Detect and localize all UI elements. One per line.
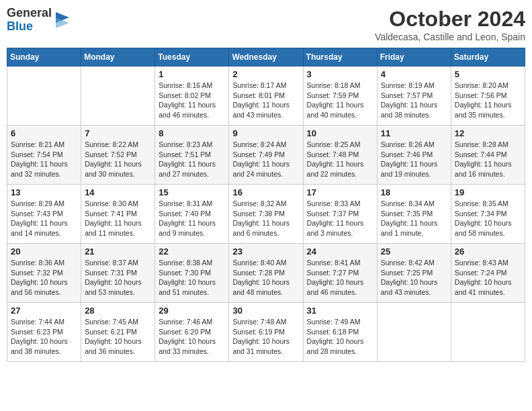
- calendar-cell: 15Sunrise: 8:31 AMSunset: 7:40 PMDayligh…: [155, 185, 229, 244]
- weekday-header: Sunday: [7, 48, 81, 66]
- weekday-header: Saturday: [451, 48, 525, 66]
- calendar-week-row: 1Sunrise: 8:16 AMSunset: 8:02 PMDaylight…: [7, 66, 525, 126]
- calendar-table: SundayMondayTuesdayWednesdayThursdayFrid…: [7, 48, 525, 362]
- title-area: October 2024 Valdecasa, Castille and Leo…: [375, 7, 525, 42]
- day-info: Sunrise: 8:32 AMSunset: 7:38 PMDaylight:…: [232, 199, 299, 238]
- calendar-cell: 4Sunrise: 8:19 AMSunset: 7:57 PMDaylight…: [377, 66, 451, 126]
- calendar-cell: 12Sunrise: 8:28 AMSunset: 7:44 PMDayligh…: [451, 126, 525, 185]
- calendar-cell: 26Sunrise: 8:43 AMSunset: 7:24 PMDayligh…: [451, 244, 525, 303]
- day-number: 15: [159, 187, 225, 197]
- day-info: Sunrise: 8:42 AMSunset: 7:25 PMDaylight:…: [381, 258, 447, 298]
- day-number: 19: [455, 187, 521, 197]
- day-info: Sunrise: 8:29 AMSunset: 7:43 PMDaylight:…: [11, 199, 77, 238]
- day-info: Sunrise: 8:30 AMSunset: 7:41 PMDaylight:…: [85, 199, 151, 238]
- logo: General Blue: [7, 7, 71, 34]
- day-number: 16: [232, 187, 299, 197]
- day-info: Sunrise: 7:46 AMSunset: 6:20 PMDaylight:…: [159, 317, 225, 357]
- day-info: Sunrise: 7:44 AMSunset: 6:23 PMDaylight:…: [11, 317, 77, 357]
- day-info: Sunrise: 8:40 AMSunset: 7:28 PMDaylight:…: [232, 258, 299, 298]
- calendar-cell: 5Sunrise: 8:20 AMSunset: 7:56 PMDaylight…: [451, 66, 525, 126]
- day-number: 13: [11, 187, 77, 197]
- calendar-cell: 23Sunrise: 8:40 AMSunset: 7:28 PMDayligh…: [229, 244, 303, 303]
- calendar-cell: 24Sunrise: 8:41 AMSunset: 7:27 PMDayligh…: [303, 244, 377, 303]
- day-number: 17: [307, 187, 373, 197]
- day-number: 4: [381, 69, 447, 79]
- day-number: 12: [455, 128, 521, 138]
- calendar-cell: [451, 303, 525, 362]
- day-number: 22: [159, 246, 225, 257]
- day-info: Sunrise: 8:26 AMSunset: 7:46 PMDaylight:…: [381, 140, 447, 179]
- day-info: Sunrise: 8:25 AMSunset: 7:48 PMDaylight:…: [307, 140, 373, 179]
- calendar-cell: 14Sunrise: 8:30 AMSunset: 7:41 PMDayligh…: [81, 185, 155, 244]
- day-number: 2: [232, 69, 299, 79]
- day-number: 28: [85, 306, 151, 316]
- day-number: 1: [159, 69, 225, 79]
- day-number: 3: [307, 69, 373, 79]
- calendar-cell: 13Sunrise: 8:29 AMSunset: 7:43 PMDayligh…: [7, 185, 81, 244]
- logo-flag-icon: [54, 11, 71, 30]
- calendar-cell: 3Sunrise: 8:18 AMSunset: 7:59 PMDaylight…: [303, 66, 377, 126]
- day-number: 14: [85, 187, 151, 197]
- calendar-cell: 6Sunrise: 8:21 AMSunset: 7:54 PMDaylight…: [7, 126, 81, 185]
- calendar-week-row: 6Sunrise: 8:21 AMSunset: 7:54 PMDaylight…: [7, 126, 525, 185]
- day-info: Sunrise: 7:49 AMSunset: 6:18 PMDaylight:…: [307, 317, 373, 357]
- day-number: 9: [232, 128, 299, 138]
- day-info: Sunrise: 8:17 AMSunset: 8:01 PMDaylight:…: [232, 81, 299, 120]
- calendar-week-row: 27Sunrise: 7:44 AMSunset: 6:23 PMDayligh…: [7, 303, 525, 362]
- calendar-cell: [81, 66, 155, 126]
- weekday-header: Friday: [377, 48, 451, 66]
- day-info: Sunrise: 8:16 AMSunset: 8:02 PMDaylight:…: [159, 81, 225, 120]
- day-info: Sunrise: 8:43 AMSunset: 7:24 PMDaylight:…: [455, 258, 521, 298]
- page-header: General Blue October 2024 Valdecasa, Cas…: [7, 7, 525, 42]
- day-info: Sunrise: 8:36 AMSunset: 7:32 PMDaylight:…: [11, 258, 77, 298]
- location-text: Valdecasa, Castille and Leon, Spain: [375, 32, 525, 42]
- month-title: October 2024: [375, 7, 525, 32]
- day-number: 29: [159, 306, 225, 316]
- calendar-cell: 22Sunrise: 8:38 AMSunset: 7:30 PMDayligh…: [155, 244, 229, 303]
- calendar-cell: 7Sunrise: 8:22 AMSunset: 7:52 PMDaylight…: [81, 126, 155, 185]
- day-info: Sunrise: 8:19 AMSunset: 7:57 PMDaylight:…: [381, 81, 447, 120]
- day-info: Sunrise: 8:20 AMSunset: 7:56 PMDaylight:…: [455, 81, 521, 120]
- day-number: 18: [381, 187, 447, 197]
- day-info: Sunrise: 8:18 AMSunset: 7:59 PMDaylight:…: [307, 81, 373, 120]
- day-number: 24: [307, 246, 373, 257]
- day-number: 7: [85, 128, 151, 138]
- weekday-header: Wednesday: [229, 48, 303, 66]
- weekday-header: Thursday: [303, 48, 377, 66]
- calendar-cell: 9Sunrise: 8:24 AMSunset: 7:49 PMDaylight…: [229, 126, 303, 185]
- day-number: 5: [455, 69, 521, 79]
- day-info: Sunrise: 8:41 AMSunset: 7:27 PMDaylight:…: [307, 258, 373, 298]
- day-info: Sunrise: 8:37 AMSunset: 7:31 PMDaylight:…: [85, 258, 151, 298]
- calendar-cell: 27Sunrise: 7:44 AMSunset: 6:23 PMDayligh…: [7, 303, 81, 362]
- calendar-cell: 2Sunrise: 8:17 AMSunset: 8:01 PMDaylight…: [229, 66, 303, 126]
- day-info: Sunrise: 7:45 AMSunset: 6:21 PMDaylight:…: [85, 317, 151, 357]
- day-number: 30: [232, 306, 299, 316]
- calendar-cell: 16Sunrise: 8:32 AMSunset: 7:38 PMDayligh…: [229, 185, 303, 244]
- calendar-cell: 31Sunrise: 7:49 AMSunset: 6:18 PMDayligh…: [303, 303, 377, 362]
- day-number: 23: [232, 246, 299, 257]
- day-info: Sunrise: 8:21 AMSunset: 7:54 PMDaylight:…: [11, 140, 77, 179]
- weekday-header: Monday: [81, 48, 155, 66]
- day-number: 21: [85, 246, 151, 257]
- calendar-cell: 10Sunrise: 8:25 AMSunset: 7:48 PMDayligh…: [303, 126, 377, 185]
- day-number: 8: [159, 128, 225, 138]
- logo-blue-text: Blue: [7, 20, 52, 34]
- calendar-week-row: 13Sunrise: 8:29 AMSunset: 7:43 PMDayligh…: [7, 185, 525, 244]
- calendar-cell: 21Sunrise: 8:37 AMSunset: 7:31 PMDayligh…: [81, 244, 155, 303]
- calendar-cell: 29Sunrise: 7:46 AMSunset: 6:20 PMDayligh…: [155, 303, 229, 362]
- day-number: 26: [455, 246, 521, 257]
- day-number: 10: [307, 128, 373, 138]
- day-info: Sunrise: 8:23 AMSunset: 7:51 PMDaylight:…: [159, 140, 225, 179]
- day-info: Sunrise: 8:28 AMSunset: 7:44 PMDaylight:…: [455, 140, 521, 179]
- day-info: Sunrise: 8:38 AMSunset: 7:30 PMDaylight:…: [159, 258, 225, 298]
- logo-general-text: General: [7, 7, 52, 20]
- calendar-cell: 28Sunrise: 7:45 AMSunset: 6:21 PMDayligh…: [81, 303, 155, 362]
- weekday-header: Tuesday: [155, 48, 229, 66]
- calendar-cell: 25Sunrise: 8:42 AMSunset: 7:25 PMDayligh…: [377, 244, 451, 303]
- day-info: Sunrise: 8:33 AMSunset: 7:37 PMDaylight:…: [307, 199, 373, 238]
- calendar-cell: 11Sunrise: 8:26 AMSunset: 7:46 PMDayligh…: [377, 126, 451, 185]
- day-number: 6: [11, 128, 77, 138]
- calendar-cell: 17Sunrise: 8:33 AMSunset: 7:37 PMDayligh…: [303, 185, 377, 244]
- day-number: 20: [11, 246, 77, 257]
- day-info: Sunrise: 8:24 AMSunset: 7:49 PMDaylight:…: [232, 140, 299, 179]
